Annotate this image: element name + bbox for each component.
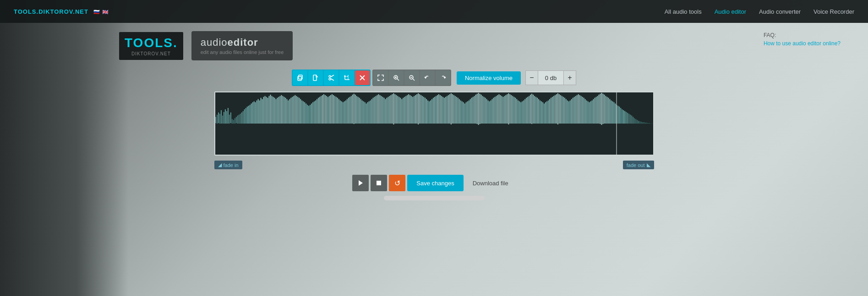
- waveform-wrapper: ◢ fade in fade out ◣: [214, 86, 654, 156]
- svg-rect-294: [587, 101, 588, 124]
- svg-rect-194: [450, 93, 451, 124]
- svg-rect-68: [278, 97, 279, 124]
- waveform-container[interactable]: [214, 91, 654, 156]
- svg-rect-113: [339, 100, 340, 124]
- svg-rect-238: [511, 95, 512, 124]
- svg-rect-304: [601, 93, 602, 125]
- svg-rect-289: [580, 96, 581, 124]
- svg-rect-241: [515, 98, 516, 124]
- svg-rect-40: [240, 114, 240, 124]
- svg-rect-169: [416, 94, 417, 124]
- ae-title-audio: audio: [201, 37, 228, 48]
- zoom-in-button[interactable]: [389, 70, 404, 85]
- svg-rect-244: [519, 101, 520, 124]
- nav-voice-recorder[interactable]: Voice Recorder: [813, 8, 854, 15]
- svg-rect-178: [429, 101, 430, 124]
- svg-rect-281: [569, 100, 570, 124]
- refresh-button[interactable]: ↺: [389, 175, 405, 191]
- normalize-volume-button[interactable]: Normalize volume: [457, 71, 521, 85]
- toolbar: Normalize volume − 0 db +: [292, 70, 576, 86]
- faq-link[interactable]: How to use audio editor online?: [764, 40, 841, 47]
- svg-rect-80: [295, 95, 295, 124]
- svg-rect-46: [248, 106, 249, 124]
- svg-rect-77: [290, 98, 291, 124]
- svg-rect-251: [529, 96, 530, 124]
- svg-rect-287: [578, 94, 579, 124]
- svg-rect-202: [461, 101, 462, 124]
- svg-rect-311: [611, 100, 611, 124]
- svg-rect-54: [259, 100, 260, 124]
- nav-all-audio-tools[interactable]: All audio tools: [665, 8, 702, 15]
- svg-rect-75: [288, 100, 289, 124]
- svg-rect-121: [350, 96, 351, 124]
- play-button[interactable]: [352, 175, 369, 191]
- nav-audio-editor[interactable]: Audio editor: [715, 8, 746, 15]
- ae-title: audioeditor: [201, 37, 258, 48]
- svg-rect-143: [381, 96, 382, 124]
- svg-rect-282: [571, 99, 572, 124]
- svg-rect-314: [615, 103, 616, 124]
- stop-button[interactable]: [371, 175, 387, 191]
- logo-container: TOOLS. DIKTOROV.NET audioeditor edit any…: [119, 31, 293, 60]
- svg-rect-300: [595, 97, 596, 124]
- redo-button[interactable]: [436, 70, 450, 85]
- nav-audio-converter[interactable]: Audio converter: [759, 8, 801, 15]
- svg-rect-45: [246, 107, 247, 124]
- scissors-button[interactable]: [324, 70, 338, 85]
- svg-rect-38: [237, 116, 238, 124]
- svg-rect-86: [303, 101, 304, 124]
- volume-minus-button[interactable]: −: [525, 70, 538, 85]
- svg-rect-167: [414, 96, 415, 124]
- svg-rect-229: [498, 94, 499, 124]
- svg-rect-124: [355, 95, 355, 124]
- zoom-out-button[interactable]: [404, 70, 419, 85]
- undo-button[interactable]: [420, 70, 435, 85]
- svg-rect-78: [292, 97, 293, 124]
- svg-rect-94: [314, 101, 315, 124]
- delete-button[interactable]: [355, 70, 370, 85]
- copy-button[interactable]: [293, 70, 307, 85]
- svg-rect-162: [407, 95, 408, 124]
- svg-rect-109: [334, 96, 335, 124]
- expand-button[interactable]: [373, 70, 388, 85]
- svg-rect-322: [626, 112, 627, 124]
- svg-rect-256: [535, 97, 536, 124]
- svg-rect-224: [491, 99, 492, 124]
- svg-rect-197: [454, 96, 455, 124]
- svg-rect-317: [619, 107, 620, 124]
- fade-out-label[interactable]: fade out ◣: [623, 161, 654, 169]
- svg-rect-227: [496, 96, 497, 124]
- waveform-svg: [215, 92, 653, 155]
- svg-rect-239: [512, 96, 513, 124]
- svg-rect-62: [270, 95, 271, 124]
- svg-rect-171: [419, 94, 420, 124]
- crop-button[interactable]: [339, 70, 354, 85]
- svg-rect-260: [541, 101, 542, 124]
- file-button[interactable]: [308, 70, 323, 85]
- svg-rect-271: [556, 94, 557, 124]
- svg-rect-151: [392, 94, 393, 124]
- faq-area: FAQ: How to use audio editor online?: [764, 31, 841, 48]
- navbar-brand[interactable]: TOOLS.DIKTOROV.NET 🇷🇺 🇬🇧: [14, 8, 109, 15]
- svg-rect-27: [222, 116, 223, 124]
- progress-bar-container: [384, 196, 485, 200]
- svg-rect-60: [267, 98, 268, 124]
- svg-rect-44: [245, 108, 246, 124]
- svg-rect-133: [367, 102, 368, 124]
- svg-rect-92: [311, 103, 312, 124]
- save-changes-button[interactable]: Save changes: [407, 175, 463, 191]
- fade-in-label[interactable]: ◢ fade in: [214, 161, 242, 169]
- svg-rect-134: [368, 101, 369, 124]
- svg-rect-192: [448, 95, 448, 124]
- volume-plus-button[interactable]: +: [563, 70, 576, 85]
- svg-rect-97: [318, 98, 319, 124]
- svg-rect-72: [284, 97, 284, 124]
- download-file-button[interactable]: Download file: [465, 175, 516, 191]
- svg-rect-106: [330, 95, 331, 124]
- svg-rect-276: [562, 97, 563, 124]
- svg-rect-87: [304, 102, 305, 124]
- flag-icons[interactable]: 🇷🇺 🇬🇧: [93, 9, 109, 15]
- svg-rect-285: [575, 96, 576, 124]
- svg-rect-31: [227, 108, 228, 124]
- logo-box: TOOLS. DIKTOROV.NET: [119, 32, 183, 60]
